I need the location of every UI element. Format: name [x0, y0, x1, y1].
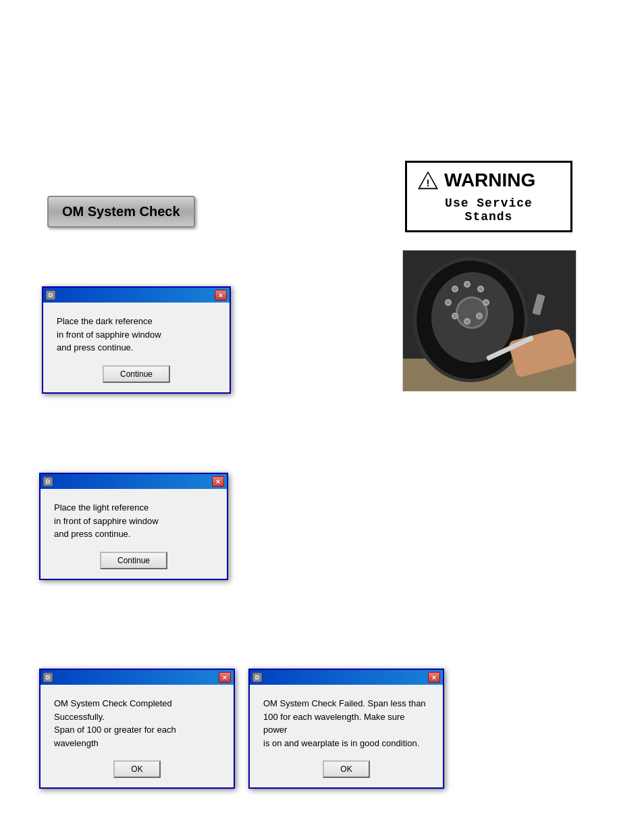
tire-brake-image [402, 250, 576, 392]
warning-title: ! WARNING [417, 170, 560, 191]
warning-box: ! WARNING Use Service Stands [405, 161, 572, 232]
failed-ok-button[interactable]: OK [323, 760, 370, 778]
failed-dialog-titlebar: D × [250, 670, 443, 685]
warning-title-text: WARNING [444, 170, 535, 191]
dark-reference-dialog-text: Place the dark referencein front of sapp… [57, 315, 216, 355]
svg-text:!: ! [427, 178, 430, 188]
failed-dialog: D × OM System Check Failed. Span less th… [248, 669, 444, 789]
failed-dialog-icon: D [252, 673, 262, 682]
failed-dialog-close[interactable]: × [428, 672, 440, 683]
success-dialog-titlebar: D × [41, 670, 234, 685]
light-reference-dialog: D × Place the light referencein front of… [39, 473, 228, 580]
light-reference-dialog-icon: D [43, 477, 53, 486]
om-system-check-button[interactable]: OM System Check [47, 196, 195, 228]
success-ok-button[interactable]: OK [113, 760, 161, 778]
dark-reference-dialog-titlebar: D × [43, 288, 230, 303]
success-dialog-close[interactable]: × [219, 672, 231, 683]
success-dialog-icon: D [43, 673, 53, 682]
warning-triangle-icon: ! [417, 170, 439, 191]
failed-dialog-text: OM System Check Failed. Span less than10… [263, 697, 429, 750]
success-dialog: D × OM System Check Completed Successful… [39, 669, 235, 789]
light-reference-dialog-text: Place the light referencein front of sap… [54, 501, 213, 541]
dark-reference-dialog-icon: D [46, 290, 55, 300]
warning-subtitle-text: Use Service Stands [417, 197, 560, 224]
dark-reference-dialog-close[interactable]: × [215, 290, 227, 301]
light-reference-continue-button[interactable]: Continue [100, 552, 167, 569]
dark-reference-continue-button[interactable]: Continue [103, 365, 170, 383]
light-reference-dialog-titlebar: D × [41, 474, 227, 489]
success-dialog-text: OM System Check Completed Successfully.S… [54, 697, 220, 750]
light-reference-dialog-close[interactable]: × [212, 476, 224, 487]
dark-reference-dialog: D × Place the dark referencein front of … [42, 286, 231, 394]
